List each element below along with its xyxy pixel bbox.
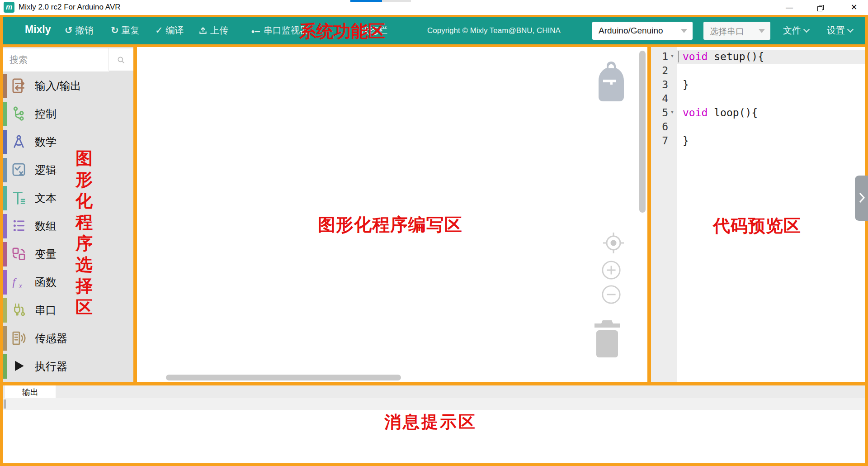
category-color-bar [3, 270, 7, 295]
plus-icon [601, 260, 622, 281]
backpack-icon[interactable] [597, 61, 626, 104]
board-select[interactable]: Arduino/Genuino [592, 22, 693, 40]
toolbar-button-check[interactable]: ✓编译 [155, 24, 184, 37]
actuator-icon [11, 358, 27, 374]
math-icon [11, 134, 27, 150]
code-line: 5▾void loop(){ [651, 106, 865, 120]
control-icon [11, 106, 27, 122]
mixly-brand-button[interactable]: Mixly [25, 24, 51, 36]
sidebar-item-serial[interactable]: 串口 [3, 296, 133, 324]
zoom-reset-button[interactable] [601, 230, 626, 257]
center-target-icon [601, 230, 626, 256]
category-color-bar [3, 186, 7, 210]
close-button[interactable]: ✕ [844, 0, 864, 14]
restore-icon [817, 5, 824, 11]
sidebar-item-control[interactable]: 控制 [3, 100, 133, 128]
line-number: 7 [651, 134, 668, 148]
sidebar-item-actuator[interactable]: 执行器 [3, 352, 133, 380]
port-select-value: 选择串口 [710, 26, 744, 38]
sidebar-item-array[interactable]: 数组 [3, 212, 133, 240]
code-line: 1▾void setup(){ [651, 50, 865, 64]
toolbar-button-serial-monitor[interactable]: 串口监视器 [251, 24, 309, 37]
toolbar-button-redo[interactable]: ↻重复 [111, 24, 140, 37]
category-color-bar [3, 158, 7, 182]
code-line: 7} [651, 134, 865, 148]
toolbar-button-undo[interactable]: ↺撤销 [65, 24, 94, 37]
window-title: Mixly 2.0 rc2 For Arduino AVR [19, 3, 121, 12]
block-workspace[interactable] [137, 47, 647, 382]
board-select-value: Arduino/Genuino [599, 26, 663, 36]
text-cursor [678, 51, 679, 62]
sidebar-item-label: 传感器 [35, 331, 67, 346]
category-color-bar [3, 242, 7, 266]
text-icon [11, 190, 27, 206]
sidebar-item-label: 逻辑 [35, 163, 57, 177]
collapse-panel-handle[interactable] [855, 176, 868, 221]
fold-arrow-icon[interactable]: ▾ [670, 49, 674, 63]
toolbar-button-upload[interactable]: 上传 [198, 24, 228, 37]
message-tab-bar: 输出 [3, 385, 865, 398]
window-titlebar: m Mixly 2.0 rc2 For Arduino AVR — ✕ [0, 0, 868, 15]
sidebar-item-label: 输入/输出 [35, 79, 81, 93]
sidebar-item-label: 串口 [35, 303, 57, 318]
line-number: 4 [651, 92, 668, 106]
search-button[interactable] [108, 48, 133, 71]
line-number: 6 [651, 120, 668, 134]
sidebar-item-variable[interactable]: 变量 [3, 240, 133, 268]
vertical-scrollbar[interactable] [639, 51, 646, 213]
minus-icon [601, 284, 622, 305]
variable-icon [11, 246, 27, 262]
category-color-bar [3, 326, 7, 351]
port-select[interactable]: 选择串口 [703, 22, 770, 40]
sidebar-item-label: 变量 [35, 247, 57, 262]
chevron-right-icon [858, 192, 865, 204]
io-icon [11, 78, 27, 94]
sidebar-item-io[interactable]: 输入/输出 [3, 72, 133, 100]
file-menu[interactable]: 文件 [783, 24, 809, 37]
category-color-bar [3, 214, 7, 238]
sidebar-item-label: 数组 [35, 219, 57, 233]
svg-text:f: f [13, 276, 17, 288]
mixly-logo-icon: m [4, 2, 14, 13]
array-icon [11, 218, 27, 234]
search-bar [3, 48, 133, 71]
line-number: 2 [651, 64, 668, 78]
serial-icon [11, 302, 27, 318]
sidebar-item-label: 控制 [35, 107, 57, 121]
message-panel: 输出 [3, 385, 865, 463]
code-line: 3} [651, 78, 865, 92]
code-preview-panel: 1▾void setup(){23}45▾void loop(){67} [651, 47, 865, 382]
sidebar-item-function[interactable]: fx函数 [3, 268, 133, 296]
chevron-down-icon [803, 26, 810, 33]
sidebar-item-logic[interactable]: 逻辑 [3, 156, 133, 184]
message-cursor [4, 399, 6, 409]
output-tab[interactable]: 输出 [5, 385, 56, 398]
settings-menu[interactable]: 设置 [827, 24, 853, 37]
chevron-down-icon [759, 29, 765, 33]
function-icon: fx [11, 274, 27, 290]
category-color-bar [3, 298, 7, 323]
sidebar-item-label: 函数 [35, 275, 57, 290]
category-color-bar [3, 354, 7, 379]
minimize-button[interactable]: — [779, 0, 800, 14]
sidebar-item-text[interactable]: 文本 [3, 184, 133, 212]
search-input[interactable] [3, 48, 109, 71]
chevron-down-icon [847, 26, 854, 33]
sidebar-item-sensor[interactable]: 传感器 [3, 324, 133, 352]
toolbar-button-none[interactable]: 状态栏 [360, 24, 387, 37]
trash-icon[interactable] [593, 319, 622, 361]
category-color-bar [3, 130, 7, 154]
restore-button[interactable] [810, 0, 831, 14]
mixly-window: { "window": { "title": "Mixly 2.0 rc2 Fo… [0, 0, 868, 466]
chevron-down-icon [681, 29, 687, 33]
sidebar-item-math[interactable]: 数学 [3, 128, 133, 156]
message-line [3, 398, 865, 410]
horizontal-scrollbar[interactable] [166, 375, 401, 380]
annotated-region-frame: Mixly ↺撤销↻重复✓编译上传串口监视器状态栏 Copyright © Mi… [0, 15, 868, 466]
zoom-in-button[interactable] [601, 260, 622, 282]
zoom-out-button[interactable] [601, 284, 622, 306]
sidebar-item-label: 文本 [35, 191, 57, 205]
line-number: 1 [651, 50, 668, 64]
fold-arrow-icon[interactable]: ▾ [670, 105, 674, 119]
logic-icon [11, 162, 27, 178]
